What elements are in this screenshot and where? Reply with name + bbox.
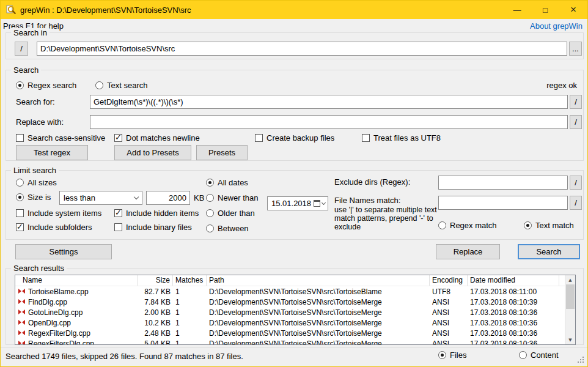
- table-row[interactable]: GotoLineDlg.cpp 2.00 KB 1 D:\Development…: [15, 307, 565, 317]
- file-modified: 17.03.2018 08:10:36: [468, 329, 559, 338]
- radio-text-search[interactable]: Text search: [95, 81, 147, 90]
- search-path-input[interactable]: [37, 42, 567, 56]
- radio-regex-search[interactable]: Regex search: [16, 81, 76, 90]
- radio-label: Size is: [28, 193, 51, 202]
- button-label: Search: [536, 247, 561, 256]
- search-results-group: Search results Name Size Matches Path En…: [6, 268, 584, 345]
- radio-all-dates[interactable]: All dates: [206, 178, 248, 187]
- radio-circle: [524, 221, 532, 229]
- file-names-help-text: use '|' to separate multiple text match …: [334, 206, 439, 231]
- radio-circle: [206, 179, 214, 187]
- checkbox-include-subfolders[interactable]: Include subfolders: [16, 223, 92, 232]
- checkbox-box: [16, 134, 24, 142]
- about-grepwin-link[interactable]: About grepWin: [530, 21, 582, 31]
- radio-circle: [16, 193, 24, 201]
- replace-button[interactable]: Replace: [436, 244, 500, 259]
- checkbox-label: Treat files as UTF8: [373, 133, 441, 143]
- file-encoding: ANSI: [430, 329, 468, 338]
- search-in-group: Search in / ...: [6, 32, 584, 59]
- slash-icon: /: [575, 198, 577, 207]
- size-operator-select[interactable]: less than: [59, 191, 142, 205]
- scrollbar-thumb[interactable]: [566, 284, 575, 309]
- size-value-input[interactable]: [146, 191, 190, 205]
- exclude-dirs-input[interactable]: [438, 176, 568, 190]
- radio-results-files[interactable]: Files: [438, 350, 466, 360]
- checkbox-include-hidden[interactable]: Include hidden items: [114, 209, 199, 218]
- browse-folder-button[interactable]: ...: [569, 42, 582, 56]
- file-size: 2.00 KB: [138, 308, 173, 317]
- replace-with-regex-helper-button[interactable]: /: [570, 115, 582, 129]
- close-button[interactable]: ×: [559, 1, 587, 19]
- radio-text-match[interactable]: Text match: [524, 221, 574, 230]
- column-header-matches[interactable]: Matches: [173, 275, 207, 286]
- radio-label: Newer than: [218, 193, 258, 202]
- file-matches: 1: [173, 339, 207, 346]
- button-label: Test regex: [34, 148, 70, 157]
- file-path: D:\Development\SVN\TortoiseSVN\src\Torto…: [207, 319, 430, 327]
- exclude-dirs-label: Exclude dirs (Regex):: [334, 177, 410, 187]
- scrollbar[interactable]: ▲ ▼: [565, 275, 575, 344]
- checkbox-dot-matches-newline[interactable]: Dot matches newline: [114, 133, 200, 143]
- checkbox-create-backup[interactable]: Create backup files: [255, 133, 334, 143]
- table-row[interactable]: RegexFiltersDlg.cpp 5.04 KB 1 D:\Develop…: [15, 338, 565, 345]
- column-header-size[interactable]: Size: [138, 275, 173, 286]
- results-list: Name Size Matches Path Encoding Date mod…: [15, 275, 576, 345]
- replace-with-input[interactable]: [90, 115, 568, 129]
- file-names-match-input[interactable]: [438, 196, 568, 210]
- radio-all-sizes[interactable]: All sizes: [16, 178, 57, 187]
- table-row[interactable]: TortoiseBlame.cpp 82.7 KB 1 D:\Developme…: [15, 286, 565, 297]
- resize-grip[interactable]: [582, 361, 584, 363]
- test-regex-button[interactable]: Test regex: [16, 145, 88, 160]
- radio-newer-than[interactable]: Newer than: [206, 193, 258, 202]
- checkbox-include-system[interactable]: Include system items: [16, 209, 101, 218]
- radio-circle: [519, 351, 527, 359]
- radio-results-content[interactable]: Content: [519, 350, 559, 360]
- file-modified: 17.03.2018 08:10:36: [468, 339, 559, 346]
- column-header-name[interactable]: Name: [15, 275, 138, 286]
- scroll-up-icon[interactable]: ▲: [565, 275, 575, 284]
- presets-button[interactable]: Presets: [196, 145, 248, 160]
- file-names-regex-helper-button[interactable]: /: [570, 196, 582, 210]
- file-path: D:\Development\SVN\TortoiseSVN\src\Torto…: [207, 329, 430, 338]
- file-encoding: ANSI: [430, 319, 468, 327]
- radio-between[interactable]: Between: [206, 224, 249, 233]
- settings-button[interactable]: Settings: [15, 244, 112, 259]
- radio-label: Text search: [107, 81, 147, 90]
- maximize-button[interactable]: □: [531, 1, 559, 19]
- table-row[interactable]: FindDlg.cpp 7.84 KB 1 D:\Development\SVN…: [15, 297, 565, 307]
- limit-search-group: Limit search All sizes Size is less than…: [6, 170, 584, 240]
- minimize-button[interactable]: —: [503, 1, 531, 19]
- file-icon: [18, 341, 25, 345]
- scroll-down-icon[interactable]: ▼: [565, 335, 575, 344]
- radio-size-is[interactable]: Size is: [16, 193, 51, 202]
- checkbox-label: Dot matches newline: [126, 133, 200, 143]
- checkbox-case-sensitive[interactable]: Search case-sensitive: [16, 133, 105, 143]
- exclude-dirs-regex-helper-button[interactable]: /: [570, 176, 582, 190]
- checkbox-include-binary[interactable]: Include binary files: [114, 223, 192, 232]
- radio-regex-match[interactable]: Regex match: [438, 221, 497, 230]
- file-modified: 17.03.2018 08:10:39: [468, 298, 559, 306]
- checkbox-utf8[interactable]: Treat files as UTF8: [362, 133, 441, 143]
- file-path: D:\Development\SVN\TortoiseSVN\src\Torto…: [207, 287, 430, 296]
- file-matches: 1: [173, 287, 207, 296]
- add-to-presets-button[interactable]: Add to Presets: [114, 145, 191, 160]
- search-in-regex-helper-button[interactable]: /: [15, 42, 28, 56]
- date-picker[interactable]: 15.01.2018: [267, 196, 328, 210]
- radio-circle: [16, 179, 24, 187]
- button-label: Settings: [50, 247, 78, 256]
- file-path: D:\Development\SVN\TortoiseSVN\src\Torto…: [207, 298, 430, 306]
- column-header-modified[interactable]: Date modified: [468, 275, 559, 286]
- radio-circle: [206, 194, 214, 202]
- selected-option: less than: [64, 193, 95, 202]
- column-header-path[interactable]: Path: [207, 275, 430, 286]
- search-button[interactable]: Search: [518, 244, 580, 259]
- file-icon: [18, 320, 25, 325]
- checkbox-label: Include hidden items: [126, 209, 199, 218]
- radio-older-than[interactable]: Older than: [206, 209, 255, 218]
- search-for-regex-helper-button[interactable]: /: [570, 95, 582, 109]
- radio-circle: [16, 81, 24, 89]
- table-row[interactable]: RegexFilterDlg.cpp 2.48 KB 1 D:\Developm…: [15, 328, 565, 338]
- column-header-encoding[interactable]: Encoding: [430, 275, 468, 286]
- table-row[interactable]: OpenDlg.cpp 10.2 KB 1 D:\Development\SVN…: [15, 317, 565, 328]
- search-for-input[interactable]: [90, 95, 568, 109]
